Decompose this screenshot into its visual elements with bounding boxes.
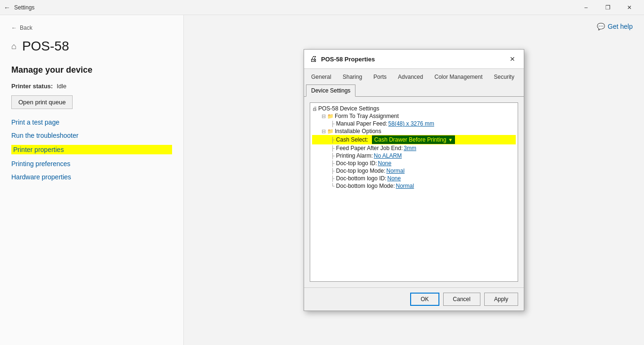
sidebar-item-print-test[interactable]: Print a test page <box>11 118 172 126</box>
doc-top-logo-id-label: Doc-top logo ID: <box>336 160 377 167</box>
doc-top-logo-id-value[interactable]: None <box>378 160 392 167</box>
sidebar-item-hardware-properties[interactable]: Hardware properties <box>11 173 172 181</box>
installable-label: Installable Options <box>335 128 381 135</box>
doc-top-logo-mode-label: Doc-top logo Mode: <box>336 168 386 174</box>
title-bar-left: ← Settings <box>4 4 34 11</box>
dialog-close-button[interactable]: ✕ <box>507 53 518 65</box>
sidebar-item-printing-preferences[interactable]: Printing preferences <box>11 160 172 168</box>
maximize-button[interactable]: ❐ <box>597 0 619 15</box>
page-title-row: ⌂ POS-58 <box>11 39 172 54</box>
tab-ports[interactable]: Ports <box>368 71 392 83</box>
back-icon: ← <box>11 25 17 31</box>
tree-feed-paper: ├ Feed Paper After Job End: 3mm <box>312 144 516 152</box>
dialog-footer: OK Cancel Apply <box>304 287 524 311</box>
dropdown-value: Cash Drawer Before Printing <box>374 136 446 143</box>
tab-device-settings[interactable]: Device Settings <box>306 84 355 97</box>
app-title: Settings <box>14 4 34 11</box>
line7-icon: ├ <box>331 176 335 181</box>
dialog-title: POS-58 Properties <box>321 56 375 63</box>
close-button[interactable]: ✕ <box>619 0 640 15</box>
manual-paper-value[interactable]: 58(48) x 3276 mm <box>388 120 434 127</box>
page-title: POS-58 <box>22 39 69 54</box>
printing-alarm-value[interactable]: No ALARM <box>374 152 402 159</box>
tree-root-label: POS-58 Device Settings <box>318 105 379 112</box>
connector2-icon: ⊟ <box>322 128 326 135</box>
doc-bottom-logo-mode-value[interactable]: Normal <box>396 183 414 189</box>
tree-manual-paper: ├ Manual Paper Feed: 58(48) x 3276 mm <box>312 120 516 127</box>
dialog-title-left: 🖨 POS-58 Properties <box>310 55 375 63</box>
status-value: Idle <box>57 83 66 90</box>
tree-doc-top-logo-mode: ├ Doc-top logo Mode: Normal <box>312 167 516 175</box>
sidebar-item-troubleshooter[interactable]: Run the troubleshooter <box>11 132 172 139</box>
manual-paper-label: Manual Paper Feed: <box>336 120 388 127</box>
home-icon[interactable]: ⌂ <box>11 42 17 51</box>
title-bar: ← Settings – ❐ ✕ <box>0 0 644 15</box>
tree-container[interactable]: 🖨 POS-58 Device Settings ⊟ 📁 Form To Tra… <box>310 102 518 282</box>
doc-bottom-logo-id-value[interactable]: None <box>388 175 401 182</box>
dropdown-arrow-icon: ▼ <box>448 137 453 143</box>
tree-printing-alarm: ├ Printing Alarm: No ALARM <box>312 152 516 160</box>
sidebar: ← Back ⌂ POS-58 Manage your device Print… <box>0 15 184 345</box>
tree-doc-top-logo-id: ├ Doc-top logo ID: None <box>312 160 516 167</box>
line2-icon: ├ <box>331 137 335 143</box>
minimize-button[interactable]: – <box>575 0 597 15</box>
tab-general[interactable]: General <box>306 71 337 83</box>
right-area: 💬 Get help 🖨 POS-58 Properties ✕ General… <box>184 15 644 345</box>
dialog-overlay: 🖨 POS-58 Properties ✕ General Sharing Po… <box>184 15 644 345</box>
properties-dialog: 🖨 POS-58 Properties ✕ General Sharing Po… <box>304 49 524 311</box>
tree-installable[interactable]: ⊟ 📁 Installable Options <box>312 127 516 135</box>
cash-select-label: Cash Select: <box>336 136 368 143</box>
tree-form-tray[interactable]: ⊟ 📁 Form To Tray Assignment <box>312 112 516 120</box>
tab-security[interactable]: Security <box>489 71 520 83</box>
printer-tree-icon: 🖨 <box>312 106 317 111</box>
form-tray-label: Form To Tray Assignment <box>335 113 399 119</box>
dialog-tabs: General Sharing Ports Advanced Color Man… <box>304 69 524 97</box>
line4-icon: ├ <box>331 153 335 159</box>
line-icon: ├ <box>331 121 335 126</box>
line6-icon: ├ <box>331 168 335 174</box>
back-button[interactable]: ← Back <box>11 25 172 31</box>
sidebar-item-printer-properties[interactable]: Printer properties <box>11 145 172 154</box>
connector-icon: ⊟ <box>322 113 326 119</box>
line8-icon: └ <box>331 183 335 189</box>
status-label: Printer status: <box>11 83 53 90</box>
manage-label: Manage your device <box>11 65 172 75</box>
main-content: ← Back ⌂ POS-58 Manage your device Print… <box>0 15 644 345</box>
tree-root: 🖨 POS-58 Device Settings <box>312 105 516 112</box>
feed-paper-value[interactable]: 3mm <box>404 145 416 151</box>
folder2-icon: 📁 <box>327 128 334 135</box>
back-label: Back <box>20 25 33 31</box>
tab-sharing[interactable]: Sharing <box>338 71 367 83</box>
feed-paper-label: Feed Paper After Job End: <box>336 145 403 151</box>
tab-color-management[interactable]: Color Management <box>429 71 487 83</box>
status-row: Printer status: Idle <box>11 83 172 90</box>
dialog-title-bar: 🖨 POS-58 Properties ✕ <box>304 50 524 69</box>
doc-bottom-logo-mode-label: Doc-bottom logo Mode: <box>336 183 395 189</box>
back-arrow-icon[interactable]: ← <box>4 4 10 11</box>
title-bar-controls: – ❐ ✕ <box>575 0 640 15</box>
tree-doc-bottom-logo-mode: └ Doc-bottom logo Mode: Normal <box>312 182 516 190</box>
line3-icon: ├ <box>331 145 335 151</box>
open-print-queue-button[interactable]: Open print queue <box>11 95 73 109</box>
doc-bottom-logo-id-label: Doc-bottom logo ID: <box>336 175 387 182</box>
printer-icon: 🖨 <box>310 55 317 63</box>
tree-doc-bottom-logo-id: ├ Doc-bottom logo ID: None <box>312 175 516 182</box>
folder-icon: 📁 <box>327 113 334 119</box>
doc-top-logo-mode-value[interactable]: Normal <box>387 168 405 174</box>
ok-button[interactable]: OK <box>410 293 439 306</box>
cash-select-dropdown[interactable]: Cash Drawer Before Printing ▼ <box>372 135 455 144</box>
tab-advanced[interactable]: Advanced <box>393 71 428 83</box>
dialog-body: 🖨 POS-58 Device Settings ⊟ 📁 Form To Tra… <box>304 97 524 287</box>
line5-icon: ├ <box>331 160 335 166</box>
printing-alarm-label: Printing Alarm: <box>336 152 373 159</box>
apply-button[interactable]: Apply <box>484 293 518 306</box>
tree-cash-select[interactable]: ├ Cash Select: Cash Drawer Before Printi… <box>312 135 516 144</box>
cancel-button[interactable]: Cancel <box>443 293 480 306</box>
